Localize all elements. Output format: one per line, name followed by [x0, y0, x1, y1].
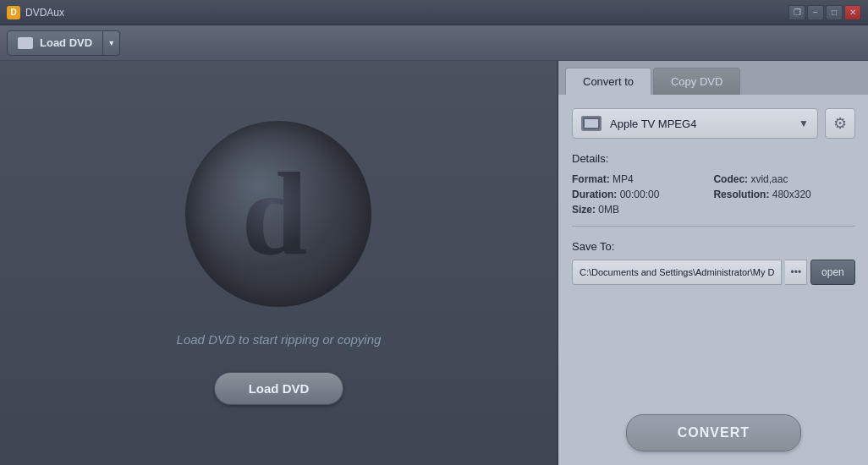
format-icon — [581, 116, 602, 131]
load-prompt: Load DVD to start ripping or copying — [177, 332, 382, 347]
resolution-detail: Resolution: 480x320 — [713, 189, 854, 200]
screen-icon — [583, 118, 600, 129]
maximize-button[interactable]: □ — [826, 5, 843, 20]
app-title: DVDAux — [25, 7, 64, 19]
details-section: Details: Format: MP4 Codec: xvid,aac Dur… — [572, 152, 855, 227]
codec-value: xvid,aac — [750, 173, 788, 185]
duration-value: 00:00:00 — [620, 189, 660, 200]
format-detail: Format: MP4 — [572, 173, 713, 185]
resolution-label: Resolution: — [713, 189, 769, 200]
format-select[interactable]: Apple TV MPEG4 ▼ — [572, 108, 818, 139]
dvd-logo: d — [185, 121, 371, 307]
convert-section: CONVERT — [572, 408, 855, 451]
duration-detail: Duration: 00:00:00 — [572, 189, 713, 200]
format-dropdown-arrow-icon: ▼ — [799, 118, 809, 129]
save-path-text: C:\Documents and Settings\Administrator\… — [580, 267, 774, 277]
title-bar: D DVDAux ❐ − □ ✕ — [0, 0, 868, 25]
close-button[interactable]: ✕ — [844, 5, 861, 20]
settings-button[interactable]: ⚙ — [825, 108, 855, 139]
format-row: Apple TV MPEG4 ▼ ⚙ — [572, 108, 855, 139]
format-name: Apple TV MPEG4 — [610, 118, 790, 130]
main-content: d Load DVD to start ripping or copying L… — [0, 61, 868, 465]
save-row: C:\Documents and Settings\Administrator\… — [572, 260, 855, 285]
load-dvd-dropdown[interactable]: ▼ — [103, 30, 120, 56]
toolbar: Load DVD ▼ — [0, 25, 868, 61]
dropdown-arrow-icon: ▼ — [107, 39, 115, 47]
dvd-logo-letter: d — [242, 155, 308, 273]
save-path-display: C:\Documents and Settings\Administrator\… — [572, 260, 782, 285]
browse-ellipsis-button[interactable]: ••• — [785, 260, 807, 285]
window-controls: ❐ − □ ✕ — [788, 5, 861, 20]
convert-button[interactable]: CONVERT — [626, 414, 801, 451]
right-panel: Convert to Copy DVD Apple TV MPEG4 ▼ ⚙ — [558, 61, 868, 465]
app-icon: D — [7, 6, 20, 19]
dvd-icon — [18, 37, 33, 49]
left-panel: d Load DVD to start ripping or copying L… — [0, 61, 558, 465]
tab-content: Apple TV MPEG4 ▼ ⚙ Details: Format: MP4 … — [558, 95, 868, 465]
size-detail: Size: 0MB — [572, 204, 713, 216]
open-button[interactable]: open — [810, 260, 855, 285]
save-to-title: Save To: — [572, 240, 855, 253]
size-value: 0MB — [598, 204, 619, 216]
load-dvd-label: Load DVD — [40, 36, 92, 49]
format-value: MP4 — [613, 173, 634, 185]
codec-label: Codec: — [713, 173, 748, 185]
load-dvd-button[interactable]: Load DVD — [7, 30, 103, 56]
size-label: Size: — [572, 204, 596, 216]
load-dvd-large-button[interactable]: Load DVD — [214, 372, 344, 405]
duration-label: Duration: — [572, 189, 617, 200]
settings-gear-icon: ⚙ — [833, 114, 847, 133]
minimize-button[interactable]: − — [807, 5, 824, 20]
dvd-circle: d — [185, 121, 371, 307]
format-label: Format: — [572, 173, 610, 185]
details-title: Details: — [572, 152, 855, 165]
codec-detail: Codec: xvid,aac — [713, 173, 854, 185]
save-section: Save To: C:\Documents and Settings\Admin… — [572, 240, 855, 285]
details-grid: Format: MP4 Codec: xvid,aac Duration: 00… — [572, 173, 855, 216]
tab-convert-to[interactable]: Convert to — [565, 68, 651, 95]
tabs: Convert to Copy DVD — [558, 61, 868, 95]
title-bar-left: D DVDAux — [7, 6, 64, 19]
tab-copy-dvd[interactable]: Copy DVD — [653, 68, 740, 95]
resolution-value: 480x320 — [772, 189, 811, 200]
dvd-logo-container: d Load DVD to start ripping or copying L… — [177, 121, 382, 405]
restore-button[interactable]: ❐ — [788, 5, 805, 20]
